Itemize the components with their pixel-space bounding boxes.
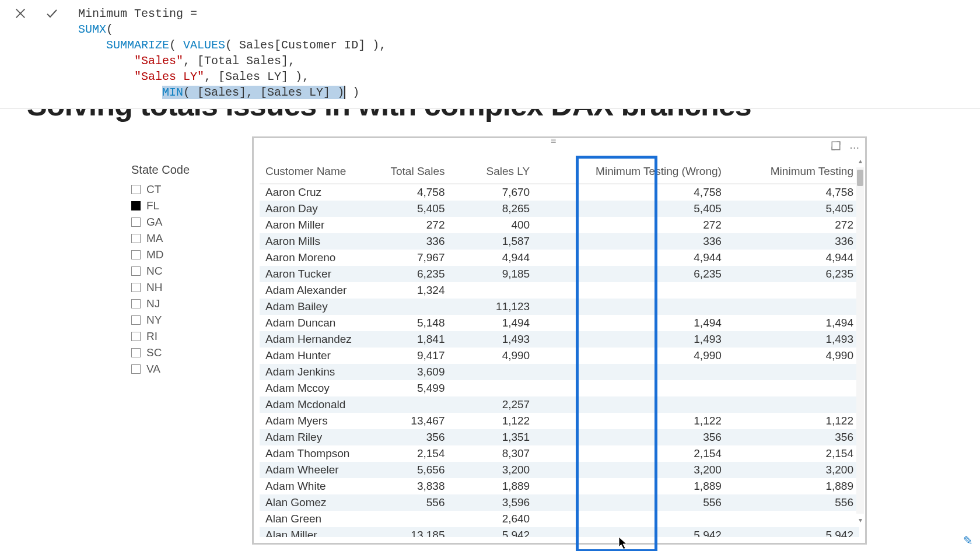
edit-interactions-icon[interactable]: ✎ <box>963 534 973 548</box>
slicer-item-sc[interactable]: SC <box>131 345 225 361</box>
slicer-title: State Code <box>131 163 225 177</box>
checkbox-icon[interactable] <box>131 299 141 308</box>
col-header-sales-ly[interactable]: Sales LY <box>450 162 536 184</box>
table-row[interactable]: Adam Wheeler5,6563,2003,2003,200 <box>260 462 859 478</box>
cell-customer-name: Adam Hunter <box>260 348 359 364</box>
slicer-item-nj[interactable]: NJ <box>131 296 225 312</box>
cell-min-testing: 1,493 <box>727 331 859 348</box>
drag-grip-icon[interactable]: ≡ <box>551 136 568 142</box>
cell-min-testing <box>727 380 859 396</box>
slicer-item-label: NC <box>146 265 162 278</box>
scrollbar-thumb[interactable] <box>857 170 863 186</box>
cell-min-testing <box>727 364 859 380</box>
slicer-item-ny[interactable]: NY <box>131 312 225 328</box>
table-row[interactable]: Adam Hernandez1,8411,4931,4931,493 <box>260 331 859 348</box>
slicer-item-md[interactable]: MD <box>131 247 225 263</box>
table-row[interactable]: Adam Myers13,4671,1221,1221,122 <box>260 413 859 429</box>
cell-customer-name: Aaron Tucker <box>260 266 359 282</box>
cell-customer-name: Adam Riley <box>260 429 359 445</box>
cell-total-sales: 5,405 <box>359 201 450 217</box>
cell-customer-name: Aaron Moreno <box>260 250 359 266</box>
col-header-min-testing[interactable]: Minimum Testing <box>727 162 859 184</box>
checkbox-icon[interactable] <box>131 250 141 259</box>
table-row[interactable]: Adam Jenkins3,609 <box>260 364 859 380</box>
slicer-item-label: RI <box>146 330 158 343</box>
col-header-min-wrong[interactable]: Minimum Testing (Wrong) <box>536 162 727 184</box>
table-row[interactable]: Aaron Cruz4,7587,6704,7584,758 <box>260 184 859 201</box>
cell-customer-name: Adam Bailey <box>260 299 359 315</box>
table-row[interactable]: Adam White3,8381,8891,8891,889 <box>260 478 859 494</box>
cell-min-testing: 2,154 <box>727 445 859 462</box>
checkbox-icon[interactable] <box>131 283 141 292</box>
table-row[interactable]: Aaron Miller272400272272 <box>260 217 859 233</box>
table-row[interactable]: Alan Miller13,1855,9425,9425,942 <box>260 527 859 537</box>
slicer-item-ct[interactable]: CT <box>131 181 225 198</box>
table-row[interactable]: Adam Hunter9,4174,9904,9904,990 <box>260 348 859 364</box>
slicer-item-nh[interactable]: NH <box>131 279 225 296</box>
cell-total-sales: 1,324 <box>359 282 450 299</box>
slicer-item-label: GA <box>146 216 162 229</box>
scroll-down-arrow[interactable]: ▾ <box>856 516 864 524</box>
checkbox-icon[interactable] <box>131 234 141 243</box>
slicer-item-label: FL <box>146 199 159 212</box>
cell-sales-ly: 7,670 <box>450 184 536 201</box>
cell-total-sales: 5,656 <box>359 462 450 478</box>
cell-min-testing <box>727 299 859 315</box>
more-options-icon[interactable]: ··· <box>849 141 859 154</box>
table-row[interactable]: Aaron Day5,4058,2655,4055,405 <box>260 201 859 217</box>
cell-total-sales <box>359 396 450 413</box>
checkbox-icon[interactable] <box>131 217 141 227</box>
slicer-item-fl[interactable]: FL <box>131 198 225 214</box>
cell-min-testing: 4,990 <box>727 348 859 364</box>
vertical-scrollbar[interactable]: ▴ ▾ <box>856 167 864 514</box>
table-row[interactable]: Alan Green2,640 <box>260 511 859 527</box>
col-header-customer[interactable]: Customer Name <box>260 162 359 184</box>
slicer-item-ri[interactable]: RI <box>131 328 225 345</box>
table-row[interactable]: Aaron Mills3361,587336336 <box>260 233 859 250</box>
focus-mode-icon[interactable] <box>831 141 841 154</box>
cell-total-sales: 272 <box>359 217 450 233</box>
slicer-item-ma[interactable]: MA <box>131 230 225 247</box>
table-row[interactable]: Aaron Tucker6,2359,1856,2356,235 <box>260 266 859 282</box>
table-row[interactable]: Adam Riley3561,351356356 <box>260 429 859 445</box>
cell-min-testing: 556 <box>727 494 859 511</box>
cell-min-wrong: 3,200 <box>536 462 727 478</box>
cell-min-testing <box>727 511 859 527</box>
slicer-item-ga[interactable]: GA <box>131 214 225 230</box>
table-row[interactable]: Adam Mcdonald2,257 <box>260 396 859 413</box>
table-visual[interactable]: ≡ ··· Customer Name Total Sales Sales LY… <box>252 136 867 545</box>
cell-min-wrong: 6,235 <box>536 266 727 282</box>
table-row[interactable]: Adam Bailey11,123 <box>260 299 859 315</box>
cell-min-wrong: 272 <box>536 217 727 233</box>
scroll-up-arrow[interactable]: ▴ <box>856 157 864 165</box>
checkbox-icon[interactable] <box>131 201 141 210</box>
slicer-item-va[interactable]: VA <box>131 361 225 377</box>
cell-min-wrong: 1,889 <box>536 478 727 494</box>
cancel-formula-button[interactable] <box>13 6 28 21</box>
cell-min-testing: 3,200 <box>727 462 859 478</box>
cell-sales-ly: 3,596 <box>450 494 536 511</box>
str-sales-ly: "Sales LY" <box>134 70 204 83</box>
fn-summarize: SUMMARIZE <box>106 38 169 52</box>
cell-min-testing: 336 <box>727 233 859 250</box>
checkbox-icon[interactable] <box>131 348 141 357</box>
checkbox-icon[interactable] <box>131 332 141 341</box>
checkbox-icon[interactable] <box>131 266 141 276</box>
formula-bar-actions <box>0 2 70 21</box>
checkbox-icon[interactable] <box>131 185 141 194</box>
col-header-total-sales[interactable]: Total Sales <box>359 162 450 184</box>
table-row[interactable]: Adam Duncan5,1481,4941,4941,494 <box>260 315 859 331</box>
cell-sales-ly: 8,307 <box>450 445 536 462</box>
state-code-slicer[interactable]: State Code CTFLGAMAMDNCNHNJNYRISCVA <box>131 163 225 377</box>
table-row[interactable]: Alan Gomez5563,596556556 <box>260 494 859 511</box>
table-row[interactable]: Aaron Moreno7,9674,9444,9444,944 <box>260 250 859 266</box>
slicer-item-nc[interactable]: NC <box>131 263 225 279</box>
formula-editor[interactable]: Minimum Testing = SUMX( SUMMARIZE( VALUE… <box>70 2 980 106</box>
table-row[interactable]: Adam Thompson2,1548,3072,1542,154 <box>260 445 859 462</box>
cell-customer-name: Adam Duncan <box>260 315 359 331</box>
commit-formula-button[interactable] <box>44 6 60 21</box>
table-row[interactable]: Adam Mccoy5,499 <box>260 380 859 396</box>
checkbox-icon[interactable] <box>131 315 141 325</box>
table-row[interactable]: Adam Alexander1,324 <box>260 282 859 299</box>
checkbox-icon[interactable] <box>131 364 141 374</box>
